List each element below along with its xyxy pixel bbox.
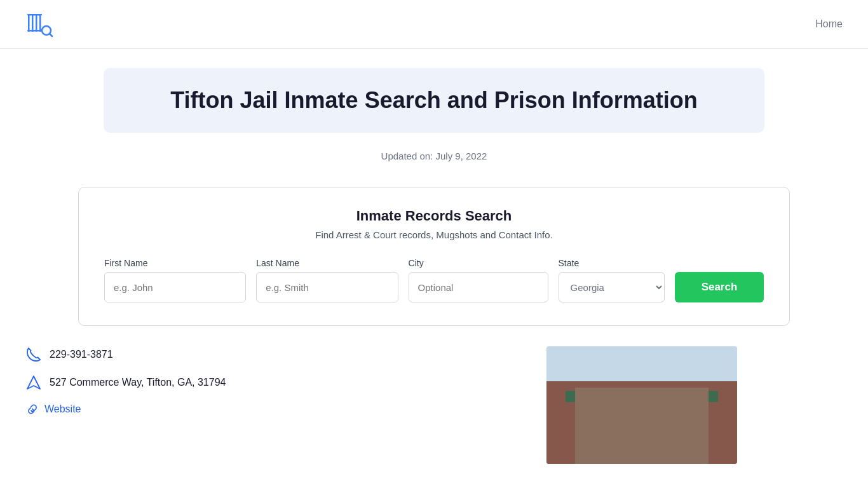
website-link[interactable]: Website: [25, 402, 81, 416]
phone-icon: [25, 346, 42, 363]
svg-point-27: [607, 400, 613, 405]
svg-point-29: [671, 400, 676, 405]
svg-rect-13: [581, 407, 613, 432]
phone-item: 229-391-3871: [25, 346, 521, 363]
svg-rect-25: [674, 435, 681, 464]
svg-rect-1: [32, 14, 34, 32]
svg-text:CITY OF TIFTON: CITY OF TIFTON: [617, 414, 642, 417]
phone-number: 229-391-3871: [50, 349, 113, 360]
search-card-title: Inmate Records Search: [104, 208, 764, 224]
page-title: Tifton Jail Inmate Search and Prison Inf…: [142, 87, 726, 114]
svg-rect-23: [585, 435, 592, 464]
hero-section: Tifton Jail Inmate Search and Prison Inf…: [0, 49, 868, 139]
hero-box: Tifton Jail Inmate Search and Prison Inf…: [104, 68, 764, 133]
first-name-label: First Name: [104, 258, 246, 268]
search-card-subtitle: Find Arrest & Court records, Mugshots an…: [104, 229, 764, 240]
building-image: CITY OF TIFTON POLICE DEPARTMENT: [546, 346, 737, 464]
website-row: Website: [25, 402, 521, 416]
updated-date: Updated on: July 9, 2022: [0, 151, 868, 161]
website-label: Website: [44, 403, 81, 415]
svg-text:POLICE: POLICE: [623, 419, 635, 423]
address-text: 527 Commerce Way, Tifton, GA, 31794: [50, 377, 226, 388]
last-name-input[interactable]: [256, 272, 398, 302]
svg-rect-4: [27, 14, 42, 16]
header: Home: [0, 0, 868, 49]
svg-rect-26: [578, 458, 705, 464]
svg-line-7: [50, 34, 52, 36]
svg-rect-19: [610, 409, 648, 431]
first-name-group: First Name: [104, 258, 246, 302]
svg-rect-2: [36, 14, 37, 32]
svg-rect-24: [629, 435, 637, 464]
info-left: 229-391-3871 527 Commerce Way, Tifton, G…: [25, 346, 521, 464]
link-icon: [25, 402, 39, 416]
last-name-label: Last Name: [256, 258, 398, 268]
svg-rect-3: [39, 14, 41, 32]
address-item: 527 Commerce Way, Tifton, GA, 31794: [25, 374, 521, 391]
main-nav: Home: [815, 18, 843, 30]
search-fields: First Name Last Name City State AlabamaA…: [104, 258, 764, 302]
state-group: State AlabamaAlaskaArizonaArkansasCalifo…: [559, 258, 665, 302]
first-name-input[interactable]: [104, 272, 246, 302]
info-section: 229-391-3871 527 Commerce Way, Tifton, G…: [0, 326, 763, 477]
address-icon: [25, 374, 42, 391]
last-name-group: Last Name: [256, 258, 398, 302]
svg-rect-5: [27, 30, 42, 32]
search-card-wrapper: Inmate Records Search Find Arrest & Cour…: [0, 180, 868, 326]
building-svg: CITY OF TIFTON POLICE DEPARTMENT: [546, 346, 737, 464]
state-select[interactable]: AlabamaAlaskaArizonaArkansasCaliforniaCo…: [559, 272, 665, 302]
home-link[interactable]: Home: [815, 18, 843, 29]
svg-text:DEPARTMENT: DEPARTMENT: [618, 425, 640, 429]
state-label: State: [559, 258, 665, 268]
svg-point-28: [639, 400, 644, 405]
city-label: City: [409, 258, 548, 268]
logo-icon: [25, 10, 53, 38]
search-button[interactable]: Search: [675, 272, 764, 302]
search-card: Inmate Records Search Find Arrest & Cour…: [78, 187, 790, 326]
city-input[interactable]: [409, 272, 548, 302]
svg-rect-0: [28, 14, 30, 32]
svg-marker-8: [27, 376, 40, 389]
svg-rect-16: [642, 407, 674, 432]
city-group: City: [409, 258, 548, 302]
logo: [25, 10, 53, 38]
svg-rect-12: [566, 391, 718, 402]
